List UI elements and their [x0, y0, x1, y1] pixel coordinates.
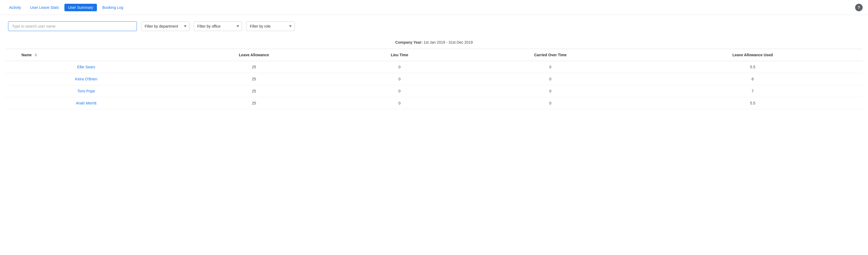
cell-name: Ariah Merritt	[5, 97, 167, 109]
nav-booking-log[interactable]: Booking Log	[98, 4, 127, 11]
cell-leave-allowance: 25	[167, 97, 341, 109]
cell-leave-allowance-used: 6	[643, 73, 863, 85]
table-body: Ellie Sears 25 0 0 5.5 Keira O'Brien 25 …	[5, 61, 863, 109]
cell-carried-over-time: 0	[458, 85, 643, 97]
top-navigation: Activity User Leave Stats User Summary B…	[0, 0, 868, 15]
filter-role-select[interactable]: Filter by role	[246, 22, 295, 31]
search-input[interactable]	[8, 22, 137, 31]
cell-carried-over-time: 0	[458, 73, 643, 85]
cell-lieu-time: 0	[341, 61, 458, 73]
search-filter-bar: Filter by department Filter by office Fi…	[0, 15, 868, 37]
col-header-lieu-time: Lieu Time	[341, 49, 458, 61]
user-summary-table-container: Name ⇅ Leave Allowance Lieu Time Carried…	[0, 49, 868, 109]
cell-leave-allowance-used: 7	[643, 85, 863, 97]
cell-carried-over-time: 0	[458, 97, 643, 109]
cell-leave-allowance: 25	[167, 73, 341, 85]
cell-name: Tomi Pope	[5, 85, 167, 97]
col-header-leave-allowance-used: Leave Allowance Used	[643, 49, 863, 61]
filter-office-select[interactable]: Filter by office	[194, 22, 242, 31]
table-header: Name ⇅ Leave Allowance Lieu Time Carried…	[5, 49, 863, 61]
user-name-link[interactable]: Ariah Merritt	[76, 101, 96, 105]
table-row: Ellie Sears 25 0 0 5.5	[5, 61, 863, 73]
sort-icon-name[interactable]: ⇅	[34, 53, 37, 57]
cell-name: Ellie Sears	[5, 61, 167, 73]
col-header-leave-allowance: Leave Allowance	[167, 49, 341, 61]
user-name-link[interactable]: Ellie Sears	[77, 65, 95, 69]
cell-leave-allowance-used: 5.5	[643, 97, 863, 109]
col-header-name: Name ⇅	[5, 49, 167, 61]
cell-leave-allowance-used: 5.5	[643, 61, 863, 73]
nav-user-leave-stats[interactable]: User Leave Stats	[26, 4, 63, 11]
help-icon[interactable]: ?	[855, 4, 863, 11]
company-year-value: 1st Jan 2019 - 31st Dec 2019	[424, 40, 473, 44]
nav-items: Activity User Leave Stats User Summary B…	[5, 4, 127, 11]
company-year-label: Company Year:	[395, 40, 423, 44]
company-year-bar: Company Year: 1st Jan 2019 - 31st Dec 20…	[0, 37, 868, 49]
cell-lieu-time: 0	[341, 73, 458, 85]
nav-activity[interactable]: Activity	[5, 4, 25, 11]
filter-department-select[interactable]: Filter by department	[141, 22, 189, 31]
cell-carried-over-time: 0	[458, 61, 643, 73]
nav-user-summary[interactable]: User Summary	[64, 4, 97, 11]
table-row: Tomi Pope 25 0 0 7	[5, 85, 863, 97]
cell-leave-allowance: 25	[167, 85, 341, 97]
table-row: Ariah Merritt 25 0 0 5.5	[5, 97, 863, 109]
table-row: Keira O'Brien 25 0 0 6	[5, 73, 863, 85]
cell-lieu-time: 0	[341, 97, 458, 109]
user-name-link[interactable]: Keira O'Brien	[75, 77, 97, 81]
user-summary-table: Name ⇅ Leave Allowance Lieu Time Carried…	[5, 49, 863, 109]
cell-leave-allowance: 25	[167, 61, 341, 73]
cell-lieu-time: 0	[341, 85, 458, 97]
cell-name: Keira O'Brien	[5, 73, 167, 85]
user-name-link[interactable]: Tomi Pope	[77, 89, 95, 93]
col-header-carried-over-time: Carried Over Time	[458, 49, 643, 61]
